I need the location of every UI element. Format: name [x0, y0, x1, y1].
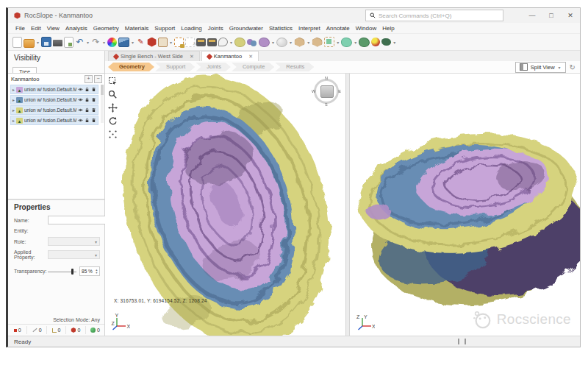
close-tab-icon[interactable]: ✕ — [190, 54, 194, 60]
vertex-counter[interactable]: 0 — [8, 326, 26, 334]
redo-dropdown-caret[interactable]: ▾ — [103, 40, 105, 45]
color-wheel-icon[interactable] — [107, 38, 117, 47]
export-image-icon[interactable] — [64, 37, 74, 48]
collapse-all-button[interactable]: − — [94, 75, 102, 83]
rotate-tool-icon[interactable] — [108, 116, 118, 126]
new-file-icon[interactable] — [12, 37, 22, 48]
applied-property-select[interactable]: ▾ — [48, 250, 100, 259]
mesh-counter[interactable]: 0 — [85, 326, 104, 334]
tree-expand-icon[interactable]: ▸ — [12, 97, 15, 102]
tab-geometry[interactable]: Geometry — [108, 63, 154, 71]
search-commands-input[interactable]: Search Commands (Ctrl+Q) — [365, 10, 503, 21]
undo-dropdown-caret[interactable]: ▾ — [87, 40, 89, 45]
visibility-eye-icon[interactable] — [78, 87, 83, 92]
solid-counter[interactable]: 0 — [65, 326, 85, 334]
tree-item[interactable]: ▸ ▲ union w/ fusion.Default.Mesh_extr — [10, 85, 98, 94]
tree-item[interactable]: ▸ ▲ union w/ fusion.Default.Mesh_extr — [10, 95, 98, 105]
visibility-eye-icon[interactable] — [78, 107, 83, 113]
open-dropdown-caret[interactable]: ▾ — [37, 40, 39, 45]
mesh-dropdown-caret[interactable]: ▾ — [354, 40, 356, 45]
selection-mode-value[interactable]: Any — [91, 317, 100, 322]
minimize-button[interactable]: — — [523, 9, 542, 22]
viewport-right[interactable]: Z Y X Rocscience — [350, 74, 580, 336]
expand-all-button[interactable]: + — [85, 75, 93, 83]
menu-view[interactable]: View — [44, 25, 62, 32]
scene-dropdown-caret[interactable]: ▾ — [132, 40, 134, 45]
menu-support[interactable]: Support — [151, 25, 178, 32]
tab-results[interactable]: Results — [275, 63, 314, 71]
close-tab-icon[interactable]: ✕ — [248, 54, 253, 60]
box-dropdown-caret[interactable]: ▾ — [170, 40, 172, 45]
bounding-box-icon[interactable] — [158, 38, 168, 47]
selection-clear-icon[interactable]: ✕ — [185, 38, 195, 47]
tab-single-bench-west-side[interactable]: Single Bench - West Side ✕ — [108, 51, 200, 61]
menu-help[interactable]: Help — [379, 25, 397, 32]
geology-dropdown-caret[interactable]: ▾ — [272, 40, 274, 45]
lasso-select-icon[interactable] — [218, 38, 228, 46]
mesh-teal-icon[interactable] — [341, 38, 352, 47]
sphere-gray-icon[interactable] — [276, 38, 287, 47]
rock-dropdown-caret[interactable]: ▾ — [393, 40, 395, 45]
role-select[interactable]: ▾ — [48, 237, 100, 246]
tab-compute[interactable]: Compute — [232, 63, 274, 71]
tree-expand-icon[interactable]: ▸ — [12, 87, 15, 92]
lock-icon[interactable] — [85, 107, 90, 113]
visibility-eye-icon[interactable] — [78, 118, 83, 123]
lasso-dropdown-caret[interactable]: ▾ — [230, 40, 232, 45]
menu-file[interactable]: File — [12, 25, 28, 32]
menu-joints[interactable]: Joints — [205, 25, 226, 32]
menu-materials[interactable]: Materials — [122, 25, 151, 32]
scene-image-icon[interactable] — [118, 38, 129, 47]
tree-expand-icon[interactable]: ▸ — [12, 107, 15, 113]
selection-lock-icon[interactable] — [174, 38, 184, 47]
tree-expand-icon[interactable]: ▸ — [12, 118, 15, 123]
sphere-dropdown-caret[interactable]: ▾ — [290, 40, 292, 45]
block-tan-outline-icon[interactable] — [312, 38, 323, 47]
block-dropdown-caret[interactable]: ▾ — [307, 40, 309, 45]
zoom-tool-icon[interactable] — [108, 90, 118, 99]
redo-icon[interactable]: ↷ — [91, 37, 101, 47]
reset-view-icon[interactable]: ↻ — [570, 63, 576, 71]
tab-joints[interactable]: Joints — [196, 63, 231, 71]
lock-icon[interactable] — [85, 118, 90, 123]
edge-counter[interactable]: 0 — [26, 326, 46, 334]
block-tan-icon[interactable] — [294, 38, 305, 47]
tree-item[interactable]: ▸ ▲ union w/ fusion.Default.Mesh_extr — [10, 116, 98, 125]
rock-dark-icon[interactable] — [381, 38, 391, 46]
menu-analysis[interactable]: Analysis — [62, 25, 90, 32]
viewport-left[interactable]: N E S W X: 316753.01, Y: 6194154.52, Z: … — [105, 74, 345, 336]
lock-icon[interactable] — [85, 97, 90, 102]
cube-dropdown-caret[interactable]: ▾ — [337, 40, 339, 45]
menu-edit[interactable]: Edit — [28, 25, 44, 32]
resize-gripper-icon[interactable] — [458, 339, 466, 344]
menu-loading[interactable]: Loading — [178, 25, 204, 32]
visibility-eye-icon[interactable] — [78, 97, 83, 102]
save-icon[interactable] — [41, 37, 51, 47]
tree-scrollbar[interactable] — [101, 85, 104, 123]
tab-support[interactable]: Support — [155, 63, 195, 71]
geology-pair-icon[interactable] — [247, 38, 257, 46]
tab-kanmantoo[interactable]: Kanmantoo ✕ — [201, 51, 259, 61]
transparency-slider[interactable] — [48, 268, 76, 275]
annotate-pen-icon[interactable]: ✎ — [136, 37, 146, 47]
menu-interpret[interactable]: Interpret — [295, 25, 323, 32]
data-table-2-icon[interactable] — [207, 38, 217, 46]
stepper-down-icon[interactable]: ▾ — [94, 272, 99, 275]
slider-thumb[interactable] — [71, 269, 74, 275]
materials-hexagon-icon[interactable] — [147, 38, 157, 47]
split-view-dropdown[interactable]: Split View ▾ — [515, 62, 566, 73]
menu-annotate[interactable]: Annotate — [323, 25, 353, 32]
delete-icon[interactable] — [91, 118, 96, 123]
mesh-green-icon[interactable] — [359, 38, 370, 47]
undo-icon[interactable]: ↶ — [75, 37, 85, 47]
open-folder-icon[interactable] — [24, 39, 35, 48]
cube-green-outline-icon[interactable] — [324, 37, 334, 47]
material-sphere-icon[interactable] — [371, 38, 380, 46]
tree-item[interactable]: ▸ ▲ union w/ fusion.Default.Mesh_extr — [10, 105, 98, 115]
data-table-icon[interactable] — [196, 38, 206, 46]
maximize-button[interactable]: □ — [542, 9, 561, 22]
face-counter[interactable]: 0 — [46, 326, 65, 334]
delete-icon[interactable] — [91, 107, 96, 113]
orientation-compass[interactable]: N E S W — [312, 77, 341, 106]
menu-groundwater[interactable]: Groundwater — [226, 25, 266, 32]
